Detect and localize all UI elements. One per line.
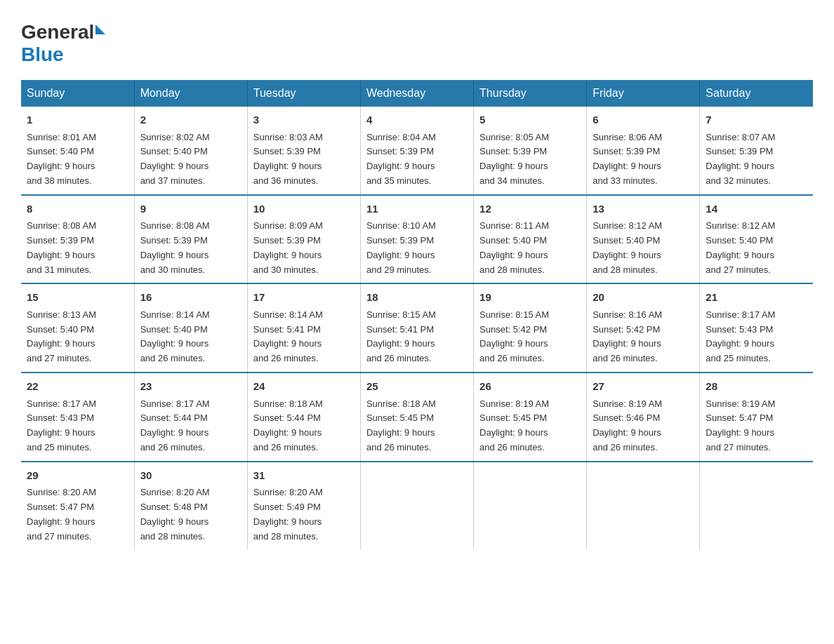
day-cell: 30 Sunrise: 8:20 AMSunset: 5:48 PMDaylig… (134, 462, 247, 550)
day-cell: 25 Sunrise: 8:18 AMSunset: 5:45 PMDaylig… (360, 373, 473, 462)
day-info: Sunrise: 8:08 AMSunset: 5:39 PMDaylight:… (140, 220, 210, 274)
day-number: 31 (253, 468, 355, 484)
day-cell: 10 Sunrise: 8:09 AMSunset: 5:39 PMDaylig… (247, 195, 360, 284)
logo-general-text: General (21, 21, 94, 43)
day-number: 20 (593, 290, 694, 306)
day-number: 23 (140, 379, 241, 395)
day-cell: 26 Sunrise: 8:19 AMSunset: 5:45 PMDaylig… (474, 373, 587, 462)
day-cell: 20 Sunrise: 8:16 AMSunset: 5:42 PMDaylig… (587, 283, 700, 373)
day-cell: 12 Sunrise: 8:11 AMSunset: 5:40 PMDaylig… (474, 195, 587, 284)
weekday-row: SundayMondayTuesdayWednesdayThursdayFrid… (21, 80, 813, 107)
calendar-body: 1 Sunrise: 8:01 AMSunset: 5:40 PMDayligh… (21, 107, 813, 549)
day-number: 8 (27, 201, 128, 217)
day-info: Sunrise: 8:03 AMSunset: 5:39 PMDaylight:… (253, 132, 323, 186)
day-cell: 21 Sunrise: 8:17 AMSunset: 5:43 PMDaylig… (700, 283, 813, 373)
weekday-header-sunday: Sunday (21, 80, 134, 107)
week-row-2: 8 Sunrise: 8:08 AMSunset: 5:39 PMDayligh… (21, 195, 813, 284)
day-info: Sunrise: 8:04 AMSunset: 5:39 PMDaylight:… (366, 132, 436, 186)
day-cell: 24 Sunrise: 8:18 AMSunset: 5:44 PMDaylig… (247, 373, 360, 462)
day-info: Sunrise: 8:13 AMSunset: 5:40 PMDaylight:… (27, 309, 96, 363)
day-info: Sunrise: 8:12 AMSunset: 5:40 PMDaylight:… (706, 220, 775, 274)
day-info: Sunrise: 8:20 AMSunset: 5:47 PMDaylight:… (27, 487, 96, 541)
day-info: Sunrise: 8:16 AMSunset: 5:42 PMDaylight:… (593, 309, 662, 363)
logo-triangle-icon (95, 25, 105, 34)
day-info: Sunrise: 8:06 AMSunset: 5:39 PMDaylight:… (593, 132, 662, 186)
day-cell (700, 462, 813, 550)
weekday-header-thursday: Thursday (474, 80, 587, 107)
day-cell: 14 Sunrise: 8:12 AMSunset: 5:40 PMDaylig… (700, 195, 813, 284)
day-cell: 22 Sunrise: 8:17 AMSunset: 5:43 PMDaylig… (21, 373, 134, 462)
day-cell: 13 Sunrise: 8:12 AMSunset: 5:40 PMDaylig… (587, 195, 700, 284)
weekday-header-wednesday: Wednesday (360, 80, 473, 107)
logo-blue-text: Blue (21, 43, 64, 66)
day-cell: 6 Sunrise: 8:06 AMSunset: 5:39 PMDayligh… (587, 107, 700, 195)
day-number: 2 (140, 112, 241, 128)
weekday-header-friday: Friday (587, 80, 700, 107)
day-info: Sunrise: 8:17 AMSunset: 5:44 PMDaylight:… (140, 398, 210, 452)
day-info: Sunrise: 8:19 AMSunset: 5:45 PMDaylight:… (479, 398, 549, 452)
day-info: Sunrise: 8:19 AMSunset: 5:47 PMDaylight:… (706, 398, 775, 452)
day-cell: 1 Sunrise: 8:01 AMSunset: 5:40 PMDayligh… (21, 107, 134, 195)
day-number: 16 (140, 290, 241, 306)
day-cell: 8 Sunrise: 8:08 AMSunset: 5:39 PMDayligh… (21, 195, 134, 284)
day-cell: 17 Sunrise: 8:14 AMSunset: 5:41 PMDaylig… (247, 283, 360, 373)
day-cell: 11 Sunrise: 8:10 AMSunset: 5:39 PMDaylig… (360, 195, 473, 284)
day-number: 26 (479, 379, 581, 395)
day-number: 3 (253, 112, 355, 128)
day-cell: 4 Sunrise: 8:04 AMSunset: 5:39 PMDayligh… (360, 107, 473, 195)
day-cell (587, 462, 700, 550)
day-info: Sunrise: 8:20 AMSunset: 5:49 PMDaylight:… (253, 487, 323, 541)
day-number: 14 (706, 201, 807, 217)
day-info: Sunrise: 8:01 AMSunset: 5:40 PMDaylight:… (27, 132, 96, 186)
day-number: 6 (593, 112, 694, 128)
day-info: Sunrise: 8:07 AMSunset: 5:39 PMDaylight:… (706, 132, 775, 186)
day-cell: 3 Sunrise: 8:03 AMSunset: 5:39 PMDayligh… (247, 107, 360, 195)
day-cell (360, 462, 473, 550)
day-number: 24 (253, 379, 355, 395)
day-number: 27 (593, 379, 694, 395)
day-cell: 7 Sunrise: 8:07 AMSunset: 5:39 PMDayligh… (700, 107, 813, 195)
day-number: 22 (27, 379, 128, 395)
logo: General Blue (21, 21, 105, 66)
day-cell: 19 Sunrise: 8:15 AMSunset: 5:42 PMDaylig… (474, 283, 587, 373)
day-number: 28 (706, 379, 807, 395)
day-number: 21 (706, 290, 807, 306)
day-info: Sunrise: 8:19 AMSunset: 5:46 PMDaylight:… (593, 398, 662, 452)
day-cell: 28 Sunrise: 8:19 AMSunset: 5:47 PMDaylig… (700, 373, 813, 462)
day-cell: 27 Sunrise: 8:19 AMSunset: 5:46 PMDaylig… (587, 373, 700, 462)
calendar-table: SundayMondayTuesdayWednesdayThursdayFrid… (21, 80, 813, 549)
day-info: Sunrise: 8:14 AMSunset: 5:41 PMDaylight:… (253, 309, 323, 363)
day-info: Sunrise: 8:09 AMSunset: 5:39 PMDaylight:… (253, 220, 323, 274)
day-number: 18 (366, 290, 468, 306)
day-info: Sunrise: 8:17 AMSunset: 5:43 PMDaylight:… (27, 398, 96, 452)
day-number: 17 (253, 290, 355, 306)
day-cell: 15 Sunrise: 8:13 AMSunset: 5:40 PMDaylig… (21, 283, 134, 373)
day-number: 29 (27, 468, 128, 484)
calendar-header: SundayMondayTuesdayWednesdayThursdayFrid… (21, 80, 813, 107)
day-cell: 18 Sunrise: 8:15 AMSunset: 5:41 PMDaylig… (360, 283, 473, 373)
week-row-3: 15 Sunrise: 8:13 AMSunset: 5:40 PMDaylig… (21, 283, 813, 373)
day-info: Sunrise: 8:20 AMSunset: 5:48 PMDaylight:… (140, 487, 210, 541)
day-number: 15 (27, 290, 128, 306)
day-info: Sunrise: 8:05 AMSunset: 5:39 PMDaylight:… (479, 132, 549, 186)
day-info: Sunrise: 8:11 AMSunset: 5:40 PMDaylight:… (479, 220, 549, 274)
day-cell (474, 462, 587, 550)
day-number: 7 (706, 112, 807, 128)
day-number: 10 (253, 201, 355, 217)
day-info: Sunrise: 8:14 AMSunset: 5:40 PMDaylight:… (140, 309, 210, 363)
day-number: 5 (479, 112, 581, 128)
day-cell: 31 Sunrise: 8:20 AMSunset: 5:49 PMDaylig… (247, 462, 360, 550)
day-number: 9 (140, 201, 241, 217)
day-info: Sunrise: 8:15 AMSunset: 5:41 PMDaylight:… (366, 309, 436, 363)
day-cell: 2 Sunrise: 8:02 AMSunset: 5:40 PMDayligh… (134, 107, 247, 195)
day-info: Sunrise: 8:15 AMSunset: 5:42 PMDaylight:… (479, 309, 549, 363)
day-number: 30 (140, 468, 241, 484)
day-info: Sunrise: 8:12 AMSunset: 5:40 PMDaylight:… (593, 220, 662, 274)
weekday-header-tuesday: Tuesday (247, 80, 360, 107)
day-cell: 16 Sunrise: 8:14 AMSunset: 5:40 PMDaylig… (134, 283, 247, 373)
day-number: 19 (479, 290, 581, 306)
day-number: 1 (27, 112, 128, 128)
day-info: Sunrise: 8:18 AMSunset: 5:45 PMDaylight:… (366, 398, 436, 452)
day-number: 12 (479, 201, 581, 217)
day-number: 4 (366, 112, 468, 128)
